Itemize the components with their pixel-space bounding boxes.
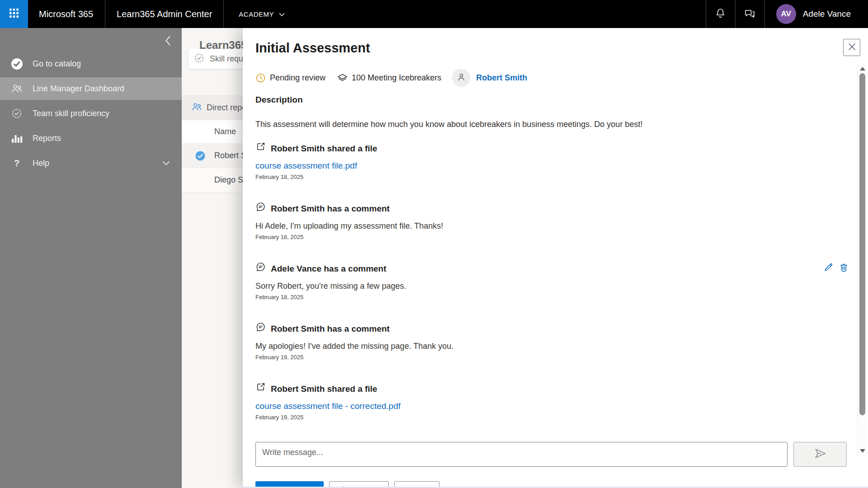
sidebar-collapse-button[interactable] [161, 34, 175, 49]
feed-item-comment-editable: Adele Vance has a comment Sorry Robert, … [255, 262, 868, 300]
feed-item-date: February 18, 2025 [255, 294, 868, 300]
feed-item-heading-row: Adele Vance has a comment [255, 262, 868, 276]
scroll-down-button[interactable] [860, 449, 865, 453]
file-link[interactable]: course assessment file.pdf [255, 160, 357, 171]
feed-item-comment: Robert Smith has a comment My apologies!… [255, 322, 868, 361]
message-composer [255, 442, 868, 467]
sidebar-item-label: Line Manager Dashboard [33, 84, 124, 94]
feed-item-heading: Adele Vance has a comment [271, 263, 387, 275]
user-name-label: Adele Vance [803, 9, 851, 19]
skill-requests-label: Skill requ [210, 54, 243, 64]
notifications-button[interactable] [706, 0, 735, 28]
feed-item-comment: Robert Smith has a comment Hi Adele, I'm… [255, 202, 868, 240]
undo-arrow-icon [340, 485, 349, 488]
tenant-label: ACADEMY [239, 10, 274, 18]
scrollbar-thumb[interactable] [859, 73, 865, 415]
sidebar: Go to catalog Line Manager Dashboard [0, 28, 182, 488]
feed-item-heading: Robert Smith has a comment [271, 323, 390, 335]
approve-button[interactable]: Approve [255, 481, 324, 488]
topbar-divider [223, 0, 224, 28]
comment-actions [824, 263, 849, 272]
approve-label: Approve [279, 486, 312, 488]
dialog-close-button[interactable] [843, 39, 860, 56]
feed-item-heading-row: Robert Smith shared a file [255, 141, 868, 155]
share-icon [255, 382, 266, 396]
sidebar-nav: Go to catalog Line Manager Dashboard [0, 52, 182, 174]
comment-body: My apologies! I've added the missing pag… [255, 341, 868, 352]
feed-item-heading: Robert Smith has a comment [271, 203, 390, 215]
delete-trash-icon[interactable] [839, 263, 849, 272]
feed-item-heading-row: Robert Smith has a comment [255, 322, 868, 336]
people-icon [10, 83, 24, 94]
close-x-icon [848, 43, 856, 52]
feed-item-heading: Robert Smith shared a file [271, 143, 377, 155]
file-link[interactable]: course assessment file - corrected.pdf [255, 401, 401, 412]
send-button[interactable] [793, 442, 847, 467]
edit-pencil-icon[interactable] [824, 263, 833, 272]
sidebar-item-label: Team skill proficiency [33, 109, 109, 118]
chat-icon [744, 8, 756, 21]
person-avatar [452, 69, 470, 87]
chevron-down-icon [279, 10, 285, 18]
screen: Microsoft 365 Learn365 Admin Center ACAD… [0, 0, 868, 488]
topbar-right: AV Adele Vance [706, 0, 868, 28]
comment-body: Hi Adele, I'm uploading my assessment fi… [255, 221, 868, 231]
scroll-up-button[interactable] [860, 67, 865, 70]
feed-item-heading: Robert Smith shared a file [271, 383, 377, 395]
check-circle-icon [195, 151, 205, 161]
assessment-dialog: Initial Assessment Pending review 100 Me… [243, 28, 868, 488]
tenant-menu[interactable]: ACADEMY [239, 10, 285, 18]
feed-item-heading-row: Robert Smith has a comment [255, 202, 868, 216]
dialog-actions: Approve Return Close [255, 481, 868, 488]
feed-item-date: February 18, 2025 [255, 234, 868, 240]
close-button[interactable]: Close [394, 481, 439, 488]
feed-item-date: February 19, 2025 [255, 414, 868, 421]
row-name-label: Robert S [214, 151, 246, 160]
close-label: Close [406, 486, 427, 488]
description-heading: Description [255, 94, 868, 105]
question-icon: ? [10, 158, 24, 169]
learner-link[interactable]: Robert Smith [452, 69, 527, 87]
people-icon [191, 102, 203, 114]
sidebar-item-line-manager-dashboard[interactable]: Line Manager Dashboard [0, 77, 182, 100]
bar-chart-icon [10, 133, 24, 143]
dialog-meta-row: Pending review 100 Meeting Icebreakers R… [255, 69, 868, 87]
sidebar-item-team-skill-proficiency[interactable]: Team skill proficiency [0, 102, 182, 125]
sidebar-item-reports[interactable]: Reports [0, 127, 182, 150]
account-button[interactable]: AV Adele Vance [765, 4, 868, 24]
comment-icon [255, 262, 266, 276]
chat-button[interactable] [736, 0, 764, 28]
clock-icon [255, 73, 266, 83]
message-input[interactable] [255, 442, 788, 467]
return-button[interactable]: Return [329, 481, 389, 488]
scrollbar[interactable] [857, 63, 867, 456]
row-name-label: Diego Si [214, 175, 245, 185]
avatar: AV [776, 4, 796, 24]
catalog-check-icon [10, 58, 24, 70]
feed-item-shared-file: Robert Smith shared a file course assess… [255, 141, 868, 180]
activity-feed: Robert Smith shared a file course assess… [255, 141, 868, 421]
sidebar-item-help[interactable]: ? Help [0, 152, 182, 174]
product-label: Learn365 Admin Center [117, 9, 212, 19]
notifications-bell-icon [715, 8, 726, 21]
check-icon [267, 486, 274, 488]
app-launcher-button[interactable] [0, 0, 28, 28]
description-text: This assessment will determine how much … [255, 119, 868, 130]
feed-item-date: February 18, 2025 [255, 174, 868, 180]
course-label: 100 Meeting Icebreakers [352, 73, 441, 83]
send-icon [813, 447, 827, 461]
feed-item-date: February 19, 2025 [255, 354, 868, 361]
status-badge: Pending review [270, 73, 326, 83]
topbar: Microsoft 365 Learn365 Admin Center ACAD… [0, 0, 868, 28]
dialog-title: Initial Assessment [255, 40, 868, 56]
app-launcher-icon [9, 8, 19, 20]
chevron-left-icon [165, 35, 171, 48]
topbar-divider [105, 0, 105, 28]
comment-icon [255, 322, 266, 336]
sidebar-item-go-to-catalog[interactable]: Go to catalog [0, 52, 182, 75]
course-meta: 100 Meeting Icebreakers [337, 73, 441, 83]
person-icon [457, 72, 466, 84]
sidebar-item-label: Help [33, 159, 49, 168]
skill-badge-icon [10, 108, 24, 119]
name-column-label: Name [214, 127, 236, 136]
